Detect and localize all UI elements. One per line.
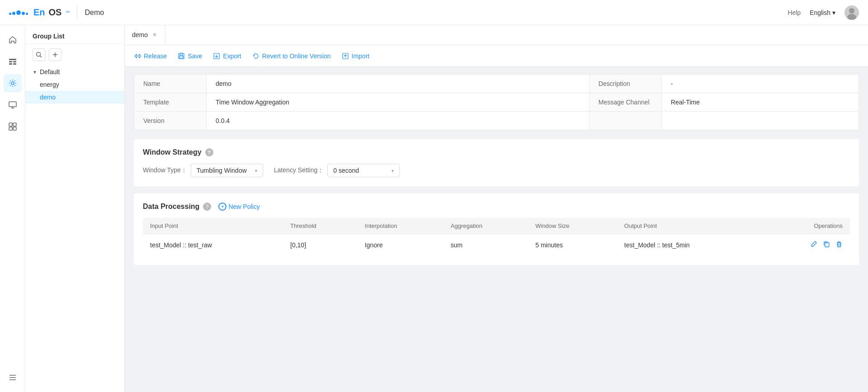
dot4 (22, 12, 25, 15)
nav-right: Help English ▾ (788, 5, 859, 20)
data-table: Input Point Threshold Interpolation Aggr… (143, 218, 850, 256)
col-output-point: Output Point (617, 218, 764, 234)
search-icon (36, 52, 42, 58)
label-template: Template (134, 93, 207, 112)
language-selector[interactable]: English ▾ (810, 9, 835, 16)
sidebar-grid-icon[interactable] (4, 118, 22, 136)
info-table: Name demo Description - Template Time Wi… (134, 74, 859, 130)
logo: EnOS™ (9, 7, 70, 18)
export-label: Export (223, 52, 241, 60)
latency-setting-field: Latency Setting： 0 second ▾ (274, 164, 400, 177)
main-layout: Group List ▼ Default energy demo (0, 25, 868, 392)
group-panel-actions (25, 44, 124, 66)
group-panel-header: Group List (25, 25, 124, 44)
svg-rect-3 (9, 59, 16, 60)
label-description: Description (589, 75, 661, 93)
new-policy-button[interactable]: + New Policy (218, 203, 259, 211)
delete-icon[interactable] (835, 241, 843, 250)
cell-aggregation: sum (443, 234, 528, 256)
window-strategy-help-icon[interactable]: ? (205, 148, 213, 156)
nav-separator (77, 6, 77, 19)
data-processing-section: Data Processing ? + New Policy Input Poi… (134, 194, 859, 265)
svg-rect-4 (9, 61, 12, 62)
sidebar-settings-icon[interactable] (4, 74, 22, 92)
release-button[interactable]: Release (134, 51, 167, 61)
svg-rect-5 (13, 61, 16, 62)
tab-demo-label: demo (132, 31, 148, 38)
data-processing-title: Data Processing (143, 203, 199, 211)
latency-chevron: ▾ (392, 168, 394, 173)
import-label: Import (352, 52, 370, 60)
table-row: test_Model :: test_raw [0,10] Ignore sum… (143, 234, 850, 256)
tree-default-label: Default (40, 68, 60, 76)
cell-window-size: 5 minutes (528, 234, 617, 256)
tab-demo[interactable]: demo ✕ (125, 25, 165, 45)
release-label: Release (144, 52, 167, 60)
window-type-field: Window Type： Tumbling Window ▾ (143, 164, 263, 177)
page-content: Name demo Description - Template Time Wi… (125, 67, 868, 392)
tree-arrow: ▼ (33, 70, 37, 75)
main-content: demo ✕ Release Save (125, 25, 868, 392)
cell-threshold: [0,10] (283, 234, 358, 256)
info-row-name: Name demo Description - (134, 75, 859, 93)
tree-demo-label: demo (40, 94, 56, 101)
data-table-body: test_Model :: test_raw [0,10] Ignore sum… (143, 234, 850, 256)
svg-point-1 (849, 8, 854, 14)
add-button[interactable] (49, 48, 61, 61)
svg-rect-7 (13, 63, 16, 65)
col-threshold: Threshold (283, 218, 358, 234)
dot3 (16, 10, 21, 15)
label-message-channel: Message Channel (589, 93, 661, 112)
col-interpolation: Interpolation (358, 218, 443, 234)
revert-button[interactable]: Revert to Online Version (252, 51, 331, 61)
save-label: Save (188, 52, 202, 60)
tree-item-default[interactable]: ▼ Default (25, 66, 124, 78)
help-link[interactable]: Help (788, 9, 801, 16)
nav-app-name: Demo (85, 9, 104, 17)
sidebar-monitor-icon[interactable] (4, 96, 22, 114)
language-label: English (810, 9, 830, 16)
edit-icon[interactable] (810, 241, 817, 250)
value-version: 0.0.4 (207, 112, 590, 130)
data-table-head: Input Point Threshold Interpolation Aggr… (143, 218, 850, 234)
save-icon (178, 52, 185, 60)
value-name: demo (207, 75, 590, 93)
value-empty (661, 112, 859, 130)
dot1 (9, 13, 11, 15)
group-panel: Group List ▼ Default energy demo (25, 25, 125, 392)
cell-operations (764, 234, 850, 256)
avatar-image (844, 5, 859, 20)
window-type-label: Window Type： (143, 166, 187, 175)
window-strategy-title: Window Strategy (143, 148, 202, 156)
export-button[interactable]: Export (213, 51, 241, 61)
import-button[interactable]: Import (342, 51, 370, 61)
top-nav: EnOS™ Demo Help English ▾ (0, 0, 868, 25)
svg-rect-20 (825, 243, 829, 247)
window-strategy-heading: Window Strategy ? (143, 148, 850, 156)
release-icon (134, 52, 141, 60)
window-type-select[interactable]: Tumbling Window ▾ (191, 164, 263, 177)
tab-close-button[interactable]: ✕ (151, 31, 158, 39)
export-icon (213, 52, 220, 60)
data-processing-heading-row: Data Processing ? + New Policy (143, 203, 850, 211)
copy-icon[interactable] (823, 241, 830, 250)
sidebar-table-icon[interactable] (4, 52, 22, 71)
col-aggregation: Aggregation (443, 218, 528, 234)
group-list-title: Group List (33, 33, 65, 40)
tree-item-energy[interactable]: energy (25, 78, 124, 91)
user-avatar[interactable] (844, 5, 859, 20)
sidebar-menu-icon[interactable] (4, 368, 22, 387)
cell-output-point: test_Model :: test_5min (617, 234, 764, 256)
new-policy-label: New Policy (228, 203, 259, 210)
info-row-version: Version 0.0.4 (134, 112, 859, 130)
sidebar-home-icon[interactable] (4, 31, 22, 49)
latency-setting-select[interactable]: 0 second ▾ (327, 164, 400, 177)
logo-tm: ™ (65, 10, 70, 15)
col-window-size: Window Size (528, 218, 617, 234)
tree-item-demo[interactable]: demo (25, 91, 124, 104)
plus-icon (52, 52, 58, 58)
window-type-chevron: ▾ (255, 168, 257, 173)
data-processing-help-icon[interactable]: ? (203, 203, 211, 211)
save-button[interactable]: Save (178, 51, 202, 61)
search-button[interactable] (33, 48, 45, 61)
